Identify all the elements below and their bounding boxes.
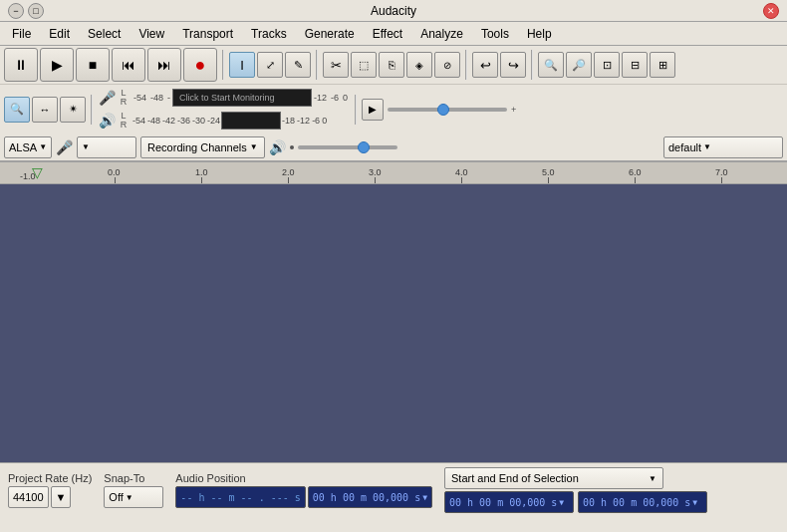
maximize-button[interactable]: □	[28, 3, 44, 19]
window-title: Audacity	[68, 4, 719, 18]
skip-forward-icon: ⏭	[157, 57, 171, 73]
toolbar-separator-4	[531, 50, 533, 80]
snap-to-select[interactable]: Off ▼	[104, 486, 163, 508]
paste-icon: ⎘	[389, 59, 395, 71]
toolbar-separator-2	[316, 50, 318, 80]
selection-arrow: ▼	[649, 474, 656, 483]
speaker-vu-icon[interactable]: 🔊	[98, 113, 116, 129]
project-rate-arrow: ▼	[56, 491, 67, 503]
cut-icon: ✂	[331, 58, 342, 73]
menu-file[interactable]: File	[4, 25, 39, 43]
project-rate-select[interactable]: ▼	[51, 486, 72, 508]
snap-to-label: Snap-To	[104, 472, 163, 484]
snap-to-arrow: ▼	[126, 493, 133, 502]
copy-button[interactable]: ⬚	[351, 52, 377, 78]
zoom-selection-button[interactable]: ⊟	[622, 52, 648, 78]
toolbar-separator-5	[91, 95, 93, 125]
menu-bar: File Edit Select View Transport Tracks G…	[0, 22, 787, 46]
play-speed-button[interactable]: ▶	[362, 99, 384, 121]
host-arrow: ▼	[39, 142, 47, 151]
cut-button[interactable]: ✂	[323, 52, 349, 78]
snap-to-value: Off	[109, 491, 123, 503]
output-arrow: ▼	[703, 142, 711, 151]
status-row-1: Project Rate (Hz) 44100 ▼ Snap-To Off ▼ …	[8, 467, 779, 513]
selection-type-dropdown[interactable]: Start and End of Selection ▼	[444, 467, 663, 489]
speed-slider[interactable]	[388, 108, 507, 112]
input-mic-icon[interactable]: 🎤	[56, 139, 73, 155]
undo-button[interactable]: ↩	[472, 52, 498, 78]
menu-view[interactable]: View	[131, 25, 172, 43]
menu-help[interactable]: Help	[519, 25, 560, 43]
selection-start-value: 00 h 00 m 00,000 s ▼	[444, 491, 574, 513]
menu-effect[interactable]: Effect	[365, 25, 410, 43]
record-icon: ●	[195, 55, 206, 76]
host-select[interactable]: ALSA ▼	[4, 136, 52, 158]
position-arrow[interactable]: ▼	[422, 493, 427, 502]
ruler-2: 2.0	[282, 167, 295, 177]
output-select[interactable]: default ▼	[663, 136, 783, 158]
zoom-toggle-icon: ⊞	[658, 59, 667, 72]
output-label: default	[668, 141, 701, 153]
close-button[interactable]: ✕	[763, 3, 779, 19]
stop-button[interactable]: ■	[76, 48, 110, 82]
stop-icon: ■	[89, 57, 97, 73]
magnify-icon: 🔍	[10, 103, 24, 116]
menu-analyze[interactable]: Analyze	[412, 25, 471, 43]
pause-icon: ⏸	[14, 57, 28, 73]
silence-button[interactable]: ⊘	[434, 52, 460, 78]
sel-start-arrow[interactable]: ▼	[559, 498, 564, 507]
zoom-in-button[interactable]: 🔍	[538, 52, 564, 78]
selection-tool-button[interactable]: I	[229, 52, 255, 78]
output-gain-slider[interactable]	[298, 145, 397, 149]
transport-toolbar: ⏸ ▶ ■ ⏮ ⏭ ● I ⤢ ✎ ✂	[0, 46, 787, 85]
menu-generate[interactable]: Generate	[297, 25, 363, 43]
ruler-0: 0.0	[108, 167, 121, 177]
menu-tools[interactable]: Tools	[473, 25, 517, 43]
multi-tool-button[interactable]: ✴	[60, 97, 86, 123]
zoom-out-button[interactable]: 🔍	[566, 52, 592, 78]
monitoring-text[interactable]: Click to Start Monitoring	[179, 93, 275, 103]
menu-select[interactable]: Select	[80, 25, 129, 43]
zoom-fit-button[interactable]: ⊡	[594, 52, 620, 78]
sel-end-arrow[interactable]: ▼	[692, 498, 697, 507]
skip-forward-button[interactable]: ⏭	[147, 48, 181, 82]
ruler-4: 4.0	[455, 167, 468, 177]
time-shift-button[interactable]: ↔	[32, 97, 58, 123]
toolbar-separator-3	[465, 50, 467, 80]
play-button[interactable]: ▶	[40, 48, 74, 82]
output-gain-thumb[interactable]	[358, 141, 370, 153]
timeline-ruler[interactable]: ▽ -1.0 0.0 1.0 2.0 3.0 4.0 5.0 6.0 7.0	[0, 162, 787, 184]
record-button[interactable]: ●	[183, 48, 217, 82]
channels-arrow: ▼	[250, 142, 258, 151]
menu-tracks[interactable]: Tracks	[243, 25, 295, 43]
recording-channels-label: Recording Channels	[147, 141, 247, 153]
vu-input-row: 🎤 L R -54 -48 - Click to Start Monitorin…	[98, 87, 350, 109]
microphone-icon[interactable]: 🎤	[98, 90, 116, 106]
project-rate-value: 44100	[8, 486, 49, 508]
redo-button[interactable]: ↪	[500, 52, 526, 78]
recording-channels-button[interactable]: Recording Channels ▼	[140, 136, 265, 158]
input-select[interactable]: ▼	[77, 136, 136, 158]
project-rate-label: Project Rate (Hz)	[8, 472, 92, 484]
selection-type-label: Start and End of Selection	[451, 472, 579, 484]
draw-tool-button[interactable]: ✎	[285, 52, 311, 78]
envelope-tool-button[interactable]: ⤢	[257, 52, 283, 78]
menu-edit[interactable]: Edit	[41, 25, 78, 43]
ruler-5: 5.0	[542, 167, 555, 177]
speed-thumb[interactable]	[437, 104, 449, 116]
zoom-tool-button[interactable]: 🔍	[4, 97, 30, 123]
envelope-icon: ⤢	[266, 59, 275, 72]
skip-back-button[interactable]: ⏮	[112, 48, 145, 82]
paste-button[interactable]: ⎘	[379, 52, 404, 78]
trim-button[interactable]: ◈	[406, 52, 432, 78]
track-area[interactable]	[0, 184, 787, 462]
ruler-7: 7.0	[715, 167, 728, 177]
status-bar: Project Rate (Hz) 44100 ▼ Snap-To Off ▼ …	[0, 462, 787, 532]
zoom-toggle-button[interactable]: ⊞	[650, 52, 675, 78]
menu-transport[interactable]: Transport	[174, 25, 241, 43]
title-bar: − □ Audacity ✕	[0, 0, 787, 22]
vu-output-row: 🔊 L R -54 -48 -42 -36 -30 -24 -18 -12 -6	[98, 110, 350, 132]
toolbar-separator-1	[222, 50, 224, 80]
minimize-button[interactable]: −	[8, 3, 24, 19]
pause-button[interactable]: ⏸	[4, 48, 38, 82]
